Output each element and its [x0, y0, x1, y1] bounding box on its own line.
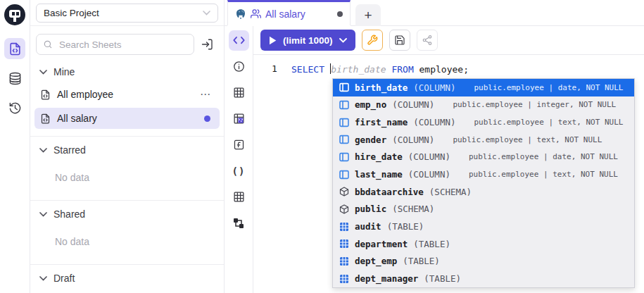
nav-history-button[interactable] — [4, 97, 25, 118]
section-header-starred[interactable]: Starred — [30, 137, 224, 161]
completion-kind: (COLUMN) — [413, 117, 455, 127]
completion-kind: (TABLE) — [387, 221, 424, 232]
section-label: Draft — [53, 273, 75, 284]
data-table-tab[interactable] — [229, 82, 249, 103]
editor-pane: (limit 1000) — [253, 26, 644, 293]
autocomplete-item[interactable]: dept_manager (TABLE) — [333, 270, 634, 287]
share-button[interactable] — [417, 30, 438, 51]
sheet-item-label: All employee — [57, 89, 113, 100]
tab-all-salary[interactable]: All salary — [227, 0, 351, 25]
project-selector[interactable]: Basic Project — [36, 4, 218, 23]
empty-state-text: No data — [30, 289, 224, 293]
app-logo — [4, 4, 25, 25]
table-icon — [339, 256, 349, 266]
completion-kind: (COLUMN) — [408, 169, 450, 180]
shared-users-icon — [251, 8, 261, 19]
column-icon — [339, 118, 349, 127]
completion-kind: (COLUMN) — [392, 99, 434, 110]
completion-detail: public.employee | date, NOT NULL — [469, 152, 618, 161]
tab-label: All salary — [265, 8, 305, 20]
share-icon — [422, 35, 433, 46]
app-window: Basic Project — [0, 0, 644, 293]
logo-face — [9, 10, 20, 18]
autocomplete-item[interactable]: emp_no (COLUMN) public.employee | intege… — [333, 96, 634, 114]
search-box[interactable] — [36, 34, 194, 55]
completion-name: gender — [355, 135, 386, 145]
sheet-item-label: All salary — [57, 113, 97, 124]
sidebar-item-all-salary[interactable]: All salary — [34, 108, 220, 129]
sql-keyword-from: FROM — [386, 64, 419, 75]
postgres-elephant-icon — [235, 8, 246, 20]
function-tab[interactable] — [229, 135, 249, 155]
completion-detail: public.employee | date, NOT NULL — [474, 83, 623, 92]
function-icon — [233, 139, 245, 151]
code-icon — [233, 36, 245, 45]
save-button[interactable] — [389, 30, 410, 51]
autocomplete-item[interactable]: public (SCHEMA) — [333, 201, 634, 218]
autocomplete-popup: birth_date (COLUMN) public.employee | da… — [332, 78, 635, 288]
left-rail — [0, 0, 30, 293]
unsaved-dot — [204, 116, 210, 122]
new-tab-button[interactable]: + — [355, 4, 381, 26]
nav-sheets-button[interactable] — [4, 38, 25, 59]
completion-name: hire_date — [355, 151, 403, 162]
history-icon — [8, 101, 22, 115]
project-row: Basic Project — [30, 0, 224, 26]
info-tab[interactable] — [229, 56, 249, 77]
completion-kind: (TABLE) — [403, 256, 440, 266]
autocomplete-item[interactable]: last_name (COLUMN) public.employee | tex… — [333, 166, 634, 183]
autocomplete-list: birth_date (COLUMN) public.employee | da… — [333, 79, 634, 287]
autocomplete-item[interactable]: hire_date (COLUMN) public.employee | dat… — [333, 149, 634, 166]
completion-kind: (COLUMN) — [408, 151, 450, 162]
completion-detail: public.employee | text, NOT NULL — [469, 170, 618, 179]
logo-stem — [13, 18, 16, 22]
sql-editor[interactable]: 1 SELECT birth_date FROM employee; birth… — [253, 55, 644, 293]
schema-diagram-tab[interactable] — [229, 213, 249, 233]
import-sheet-button[interactable] — [201, 38, 214, 51]
completion-name: audit — [355, 221, 381, 232]
autocomplete-item[interactable]: first_name (COLUMN) public.employee | te… — [333, 113, 634, 131]
run-query-button[interactable]: (limit 1000) — [260, 30, 355, 51]
save-icon — [394, 35, 405, 46]
table-icon — [339, 222, 349, 232]
visualization-tab[interactable] — [229, 108, 249, 129]
chevron-down-icon — [39, 276, 47, 281]
ghost-completion-text: birth_date — [331, 64, 386, 75]
completion-name: emp_no — [355, 99, 386, 110]
format-query-button[interactable] — [362, 30, 383, 51]
completion-name: public — [355, 204, 386, 214]
autocomplete-item[interactable]: gender (COLUMN) public.employee | text, … — [333, 131, 634, 149]
import-icon — [201, 38, 214, 51]
completion-kind: (TABLE) — [424, 273, 461, 284]
wrench-icon — [367, 35, 378, 46]
autocomplete-item[interactable]: bbdataarchive (SCHEMA) — [333, 183, 634, 201]
search-row — [30, 26, 224, 58]
section-label: Starred — [53, 144, 86, 156]
main-area: All salary + — [225, 0, 644, 293]
sql-text: employee; — [419, 64, 469, 75]
code-line: SELECT birth_date FROM employee; — [253, 63, 644, 75]
results-table-tab[interactable] — [229, 187, 249, 207]
sidebar-item-all-employee[interactable]: All employee ⋯ — [34, 84, 220, 105]
section-header-draft[interactable]: Draft — [30, 265, 224, 289]
search-input[interactable] — [58, 39, 187, 51]
autocomplete-item[interactable]: birth_date (COLUMN) public.employee | da… — [333, 79, 634, 96]
more-actions-icon[interactable]: ⋯ — [200, 88, 214, 101]
chevron-down-icon — [39, 148, 47, 153]
section-header-mine[interactable]: Mine — [30, 58, 224, 82]
sidebar: Basic Project — [30, 0, 225, 293]
nav-databases-button[interactable] — [4, 68, 25, 89]
database-icon — [8, 72, 22, 85]
completion-name: last_name — [355, 169, 403, 180]
autocomplete-item[interactable]: audit (TABLE) — [333, 218, 634, 235]
code-editor-tab[interactable] — [229, 30, 249, 51]
schema-diagram-icon — [233, 218, 244, 229]
chevron-down-icon — [39, 212, 47, 217]
parameters-tab[interactable]: () — [229, 161, 249, 181]
search-icon — [43, 39, 53, 49]
tab-bar: All salary + — [225, 0, 644, 26]
autocomplete-item[interactable]: dept_emp (TABLE) — [333, 253, 634, 270]
visualization-icon — [233, 113, 245, 125]
section-header-shared[interactable]: Shared — [30, 201, 224, 225]
autocomplete-item[interactable]: department (TABLE) — [333, 235, 634, 253]
